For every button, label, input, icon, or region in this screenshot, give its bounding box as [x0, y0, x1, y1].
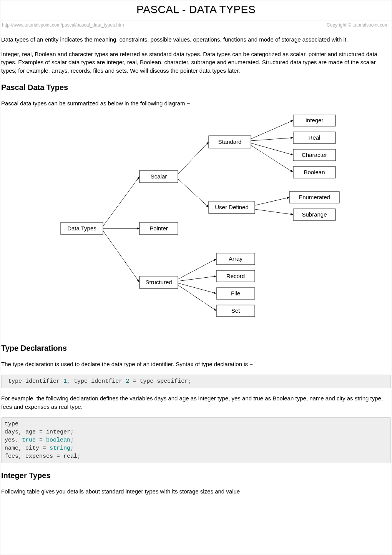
- node-set: Set: [231, 307, 240, 314]
- title-bar: PASCAL - DATA TYPES: [0, 0, 392, 20]
- node-pointer: Pointer: [149, 225, 168, 232]
- svg-line-25: [255, 197, 289, 205]
- node-standard: Standard: [218, 138, 242, 145]
- node-file: File: [231, 290, 240, 297]
- section3-paragraph-1: Following table gives you details about …: [1, 487, 391, 496]
- svg-line-18: [103, 231, 140, 282]
- node-array: Array: [229, 255, 243, 262]
- svg-line-30: [178, 285, 216, 311]
- svg-line-16: [103, 177, 140, 226]
- intro-paragraph-1: Data types of an entity indicates the me…: [1, 35, 391, 44]
- section2-paragraph-2: For example, the following declaration d…: [1, 394, 391, 411]
- node-record: Record: [226, 273, 245, 279]
- svg-line-20: [178, 179, 209, 207]
- node-structured: Structured: [145, 279, 172, 285]
- code-block-syntax: type-identifier-1, type-identfier-2 = ty…: [1, 375, 391, 388]
- node-subrange: Subrange: [302, 211, 327, 218]
- node-scalar: Scalar: [151, 173, 167, 180]
- svg-line-22: [251, 138, 293, 141]
- code-block-example: type days, age = integer; yes, true = bo…: [1, 417, 391, 463]
- meta-row: http://www.tutorialspoint.com/pascal/pas…: [0, 20, 392, 29]
- svg-line-19: [178, 142, 209, 174]
- svg-line-29: [178, 283, 216, 293]
- heading-type-declarations: Type Declarations: [1, 343, 391, 354]
- svg-line-26: [255, 209, 293, 215]
- source-url-link[interactable]: http://www.tutorialspoint.com/pascal/pas…: [2, 22, 124, 28]
- svg-line-21: [251, 120, 293, 139]
- node-real: Real: [309, 134, 321, 141]
- svg-line-28: [178, 276, 216, 281]
- heading-integer-types: Integer Types: [1, 470, 391, 481]
- node-integer: Integer: [306, 117, 324, 123]
- svg-line-27: [178, 259, 216, 279]
- svg-line-23: [251, 143, 293, 155]
- intro-paragraph-2: Integer, real, Boolean and character typ…: [1, 50, 391, 75]
- node-character: Character: [302, 152, 327, 158]
- copyright-text: Copyright © tutorialspoint.com: [327, 22, 389, 28]
- content-area: Data types of an entity indicates the me…: [0, 35, 392, 496]
- page-title: PASCAL - DATA TYPES: [0, 2, 392, 18]
- section1-paragraph: Pascal data types can be summarized as b…: [1, 99, 391, 108]
- heading-pascal-data-types: Pascal Data Types: [1, 82, 391, 93]
- node-enumerated: Enumerated: [299, 194, 330, 200]
- node-data-types: Data Types: [67, 225, 96, 232]
- data-types-diagram: Data Types Scalar Pointer Structured Sta…: [1, 115, 391, 336]
- node-user-defined: User Defined: [215, 204, 249, 210]
- node-boolean: Boolean: [304, 169, 325, 175]
- svg-line-24: [251, 145, 293, 172]
- section2-paragraph-1: The type declaration is used to declare …: [1, 360, 391, 368]
